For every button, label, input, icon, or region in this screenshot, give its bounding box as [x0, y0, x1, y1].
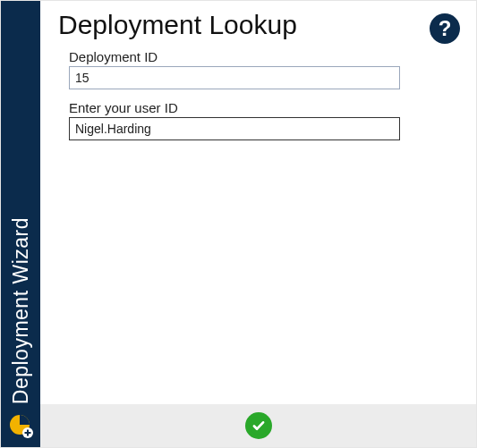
user-id-block: Enter your user ID — [69, 100, 458, 140]
app-logo-icon — [8, 413, 33, 438]
user-id-label: Enter your user ID — [69, 100, 458, 115]
user-id-input[interactable] — [69, 117, 400, 140]
page-title: Deployment Lookup — [58, 10, 458, 40]
svg-rect-3 — [25, 432, 31, 434]
deployment-id-label: Deployment ID — [69, 49, 458, 64]
content-area: ? Deployment Lookup Deployment ID Enter … — [40, 1, 476, 404]
help-button[interactable]: ? — [430, 13, 460, 44]
sidebar-title: Deployment Wizard — [9, 217, 33, 404]
app-window: Deployment Wizard ? Deployment Lookup De… — [0, 0, 477, 448]
sidebar: Deployment Wizard — [1, 1, 40, 447]
confirm-button[interactable] — [245, 412, 272, 439]
deployment-id-block: Deployment ID — [69, 49, 458, 89]
checkmark-icon — [249, 416, 268, 435]
footer-bar — [40, 404, 476, 447]
main-panel: ? Deployment Lookup Deployment ID Enter … — [40, 1, 476, 447]
deployment-id-input[interactable] — [69, 66, 400, 89]
help-icon: ? — [439, 16, 452, 41]
